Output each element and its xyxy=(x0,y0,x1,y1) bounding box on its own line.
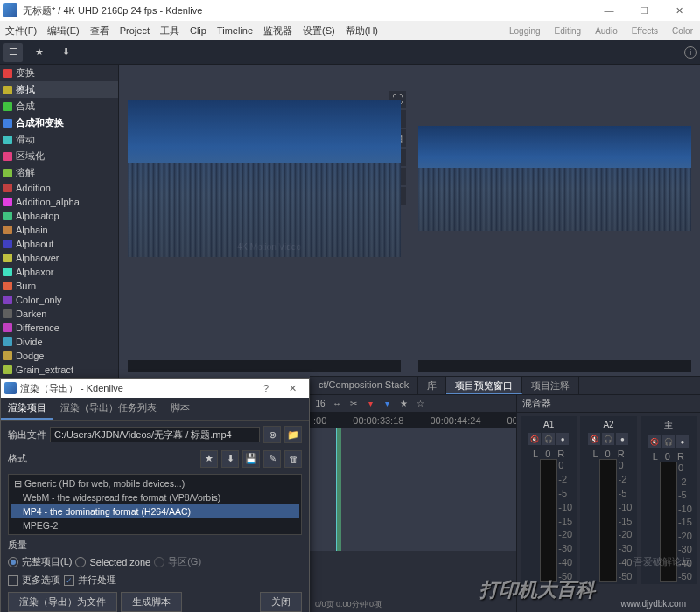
effect-item[interactable]: Alphaatop xyxy=(0,209,118,223)
timeline-ruler[interactable]: :00 00:00:33:18 00:00:44:24 00:00:56:06 … xyxy=(310,413,516,428)
render-tab-queue[interactable]: 渲染（导出）任务列表 xyxy=(53,398,164,420)
tab-composition[interactable]: ct/Composition Stack xyxy=(310,377,418,394)
menu-clip[interactable]: Clip xyxy=(185,21,212,40)
star-icon[interactable]: ★ xyxy=(30,43,49,62)
tab-library[interactable]: 库 xyxy=(418,377,446,394)
effect-item[interactable]: 合成 xyxy=(0,98,118,115)
effect-item[interactable]: Alphain xyxy=(0,223,118,237)
tree-item-webm[interactable]: WebM - the widespread free format (VP8/V… xyxy=(10,490,299,504)
render-close-button[interactable]: ✕ xyxy=(279,383,305,394)
effect-item[interactable]: Addition xyxy=(0,181,118,195)
tl-star2-icon[interactable]: ☆ xyxy=(413,397,427,411)
radio-guide-zone[interactable]: 导区(G) xyxy=(154,555,201,568)
download-icon[interactable]: ⬇ xyxy=(56,43,75,62)
level-meter[interactable]: 0-2-5-10-15-20-30-40-50 xyxy=(540,459,557,582)
list-icon[interactable]: ☰ xyxy=(4,43,23,62)
mode-audio[interactable]: Audio xyxy=(588,26,625,36)
rec-button[interactable]: ● xyxy=(556,433,569,445)
format-tree[interactable]: ⊟ Generic (HD for web, mobile devices...… xyxy=(8,474,302,535)
effect-item[interactable]: Difference xyxy=(0,321,118,335)
effect-item[interactable]: 滑动 xyxy=(0,131,118,148)
effect-item[interactable]: Burn xyxy=(0,279,118,293)
mode-logging[interactable]: Logging xyxy=(502,26,548,36)
effect-item[interactable]: 合成和变换 xyxy=(0,115,118,131)
mode-editing[interactable]: Editing xyxy=(548,26,589,36)
tree-group-generic[interactable]: ⊟ Generic (HD for web, mobile devices...… xyxy=(10,476,299,490)
clip-preview-image[interactable]: 4K Motion Video xyxy=(128,100,401,257)
render-tab-project[interactable]: 渲染项目 xyxy=(1,398,53,420)
effect-item[interactable]: 擦拭 xyxy=(0,81,118,98)
browse-icon[interactable]: 📁 xyxy=(284,426,302,443)
mute-button[interactable]: 🔇 xyxy=(588,433,600,445)
menu-help[interactable]: 帮助(H) xyxy=(340,21,383,40)
clear-icon[interactable]: ⊗ xyxy=(263,426,281,443)
tl-star-icon[interactable]: ★ xyxy=(396,397,410,411)
project-monitor-ruler[interactable] xyxy=(418,360,691,372)
minimize-button[interactable]: — xyxy=(592,0,626,21)
delete-preset-icon[interactable]: 🗑 xyxy=(284,450,302,468)
tab-project-preview[interactable]: 项目预览窗口 xyxy=(446,377,522,394)
effect-item[interactable]: Addition_alpha xyxy=(0,195,118,209)
tl-marker2-icon[interactable]: ▾ xyxy=(380,397,394,411)
zoom-level[interactable]: 16 xyxy=(313,397,327,411)
effect-item[interactable]: 变换 xyxy=(0,65,118,81)
render-tab-script[interactable]: 脚本 xyxy=(164,398,197,420)
edit-preset-icon[interactable]: ✎ xyxy=(263,450,281,468)
generate-script-button[interactable]: 生成脚本 xyxy=(121,592,182,612)
mute-button[interactable]: 🔇 xyxy=(648,435,661,448)
effect-item[interactable]: Alphaout xyxy=(0,237,118,251)
tab-notes[interactable]: 项目注释 xyxy=(522,377,579,394)
menu-project[interactable]: Project xyxy=(115,21,155,40)
close-dialog-button[interactable]: 关闭 xyxy=(260,592,302,612)
check-more-options[interactable]: 更多选项 xyxy=(8,574,60,587)
close-button[interactable]: ✕ xyxy=(662,0,696,21)
menu-view[interactable]: 查看 xyxy=(85,21,115,40)
menu-tools[interactable]: 工具 xyxy=(155,21,185,40)
effect-item[interactable]: 溶解 xyxy=(0,164,118,181)
check-parallel[interactable]: 并行处理 xyxy=(64,574,116,587)
tl-cut-icon[interactable]: ✂ xyxy=(346,397,360,411)
solo-button[interactable]: 🎧 xyxy=(602,433,614,445)
render-to-file-button[interactable]: 渲染（导出）为文件 xyxy=(8,592,117,612)
project-preview-image[interactable] xyxy=(418,126,691,231)
menu-edit[interactable]: 编辑(E) xyxy=(42,21,85,40)
mixer-tab[interactable]: 混音器 xyxy=(517,395,700,413)
radio-selected-zone[interactable]: Selected zone xyxy=(75,557,150,567)
menu-timeline[interactable]: Timeline xyxy=(212,21,258,40)
clip-monitor-ruler[interactable] xyxy=(128,360,401,372)
effects-list[interactable]: 变换擦拭合成合成和变换滑动区域化溶解AdditionAddition_alpha… xyxy=(0,65,119,414)
effect-item[interactable]: Color_only xyxy=(0,293,118,307)
mode-effects[interactable]: Effects xyxy=(625,26,665,36)
render-help-button[interactable]: ? xyxy=(253,383,279,393)
mode-color[interactable]: Color xyxy=(665,26,700,36)
menu-monitor[interactable]: 监视器 xyxy=(258,21,298,40)
tl-spacer-icon[interactable]: ↔ xyxy=(330,397,344,411)
effect-item[interactable]: 区域化 xyxy=(0,148,118,164)
solo-button[interactable]: 🎧 xyxy=(542,433,555,445)
output-file-input[interactable] xyxy=(50,427,260,442)
download-preset-icon[interactable]: ⬇ xyxy=(221,450,239,468)
favorite-icon[interactable]: ★ xyxy=(200,450,218,468)
effect-item[interactable]: Grain_extract xyxy=(0,363,118,377)
effect-item[interactable]: Dodge xyxy=(0,349,118,363)
playhead[interactable] xyxy=(336,428,337,551)
info-icon[interactable]: i xyxy=(684,46,696,59)
rec-button[interactable]: ● xyxy=(676,435,689,448)
level-meter[interactable]: 0-2-5-10-15-20-30-40-50 xyxy=(599,459,617,582)
timeline-tracks[interactable] xyxy=(310,428,516,551)
tree-item-mpeg2[interactable]: MPEG-2 xyxy=(10,518,299,532)
menu-settings[interactable]: 设置(S) xyxy=(298,21,340,40)
mute-button[interactable]: 🔇 xyxy=(528,433,541,445)
save-preset-icon[interactable]: 💾 xyxy=(242,450,260,468)
menu-file[interactable]: 文件(F) xyxy=(0,21,42,40)
effect-item[interactable]: Alphaover xyxy=(0,251,118,265)
tree-item-mp4[interactable]: MP4 - the dominating format (H264/AAC) xyxy=(10,504,299,518)
solo-button[interactable]: 🎧 xyxy=(662,435,675,448)
rec-button[interactable]: ● xyxy=(616,433,628,445)
effect-item[interactable]: Divide xyxy=(0,335,118,349)
tl-marker-icon[interactable]: ▾ xyxy=(363,397,377,411)
maximize-button[interactable]: ☐ xyxy=(626,0,662,21)
effect-item[interactable]: Alphaxor xyxy=(0,265,118,279)
effect-item[interactable]: Darken xyxy=(0,307,118,321)
radio-full-project[interactable]: 完整项目(L) xyxy=(8,555,72,568)
